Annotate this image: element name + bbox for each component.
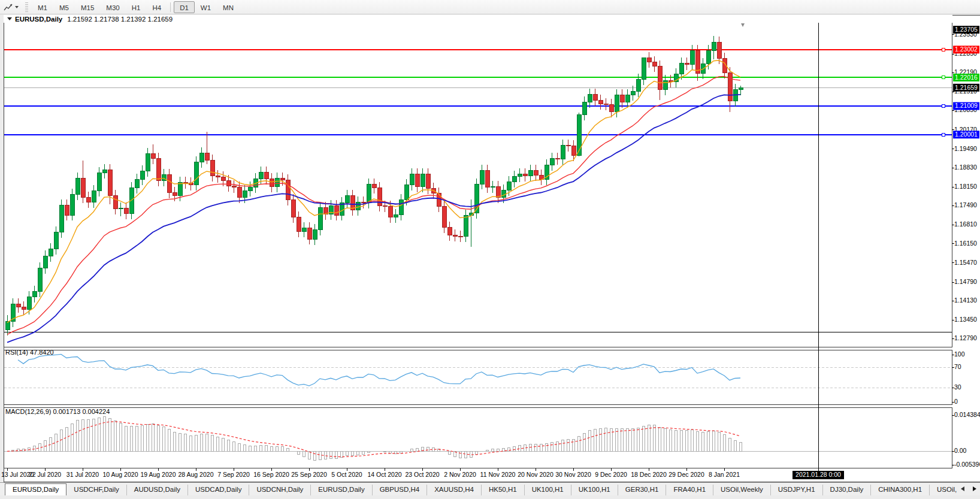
window-menu-icon[interactable] [7,17,12,20]
candle-body [216,176,220,177]
panel-rsi[interactable] [4,350,952,405]
date-tick-label: 16 Sep 2020 [253,471,289,478]
tab-ger30-h1[interactable]: GER30,H1 [618,485,666,495]
candle-body [588,95,592,102]
candle-body [550,158,554,165]
candle-body [453,235,457,236]
candle-body [124,208,128,214]
chart-title-bar: EURUSD,Daily 1.21592 1.21738 1.21392 1.2… [4,15,952,23]
candle-body [577,115,581,156]
candle-body [609,105,613,112]
crosshair-time-label: 2021.01.28 0:00 [796,471,841,478]
tab-fra40-h1[interactable]: FRA40,H1 [666,485,713,495]
candle-body [501,190,506,197]
macd-label: MACD(12,26,9) 0.001713 0.004224 [5,408,110,415]
candle-body [739,87,743,89]
date-tick-label: 7 Sep 2020 [217,471,250,478]
level-line-handle[interactable] [942,133,945,136]
candle-body [167,175,171,192]
candle-body [286,180,290,199]
candle-body [146,154,150,171]
level-line-handle[interactable] [942,48,945,51]
candle-body [555,158,559,159]
candle-body [237,187,241,197]
date-tick-label: 8 Jan 2021 [709,471,740,478]
candle-body [394,214,398,217]
price-tick-label: 1.15470 [954,259,977,266]
candle-body [92,190,96,202]
candle-body [447,228,452,235]
tab-audusd-daily[interactable]: AUDUSD,Daily [126,485,187,495]
candle-body [566,146,570,146]
price-marker-label: 1.21009 [955,102,978,109]
candle-body [561,146,565,159]
candle-body [65,205,69,215]
tab-dj30-daily[interactable]: DJ30,Daily [822,485,871,495]
date-tick-label: 22 Jul 2020 [29,471,61,478]
candle-body [571,146,576,156]
candle-body [464,215,468,237]
tab-usdchf-daily[interactable]: USDCHF,Daily [66,485,126,495]
candle-body [173,192,177,195]
tab-china300-h1[interactable]: CHINA300,H1 [870,485,929,495]
candle-body [275,178,279,187]
rsi-axis-label: 0 [954,398,958,405]
tab-uk100-h1[interactable]: UK100,H1 [571,485,618,495]
candle-body [97,173,101,190]
candle-body [75,179,80,194]
tab-uk100-h1[interactable]: UK100,H1 [524,485,571,495]
price-tick-label: 1.12790 [954,334,977,341]
candle-body [399,200,403,215]
candle-body [474,184,479,213]
candle-body [313,230,317,240]
tab-hk50-h1[interactable]: HK50,H1 [481,485,524,495]
tab-scroll-right-button[interactable] [970,485,979,493]
candle-body [210,160,214,176]
date-tick-label: 31 Jul 2020 [66,471,99,478]
candle-body [604,104,608,105]
candle-body [156,158,161,180]
candle-body [361,202,365,202]
tab-usoil-weekly[interactable]: USOil,Weekly [713,485,770,495]
candle-body [706,51,710,64]
candle-body [367,184,371,202]
level-line-handle[interactable] [942,105,945,108]
candle-body [410,174,414,185]
level-line-handle[interactable] [942,76,945,79]
candle-body [307,228,311,240]
candle-body [679,63,683,74]
candle-body [49,249,53,256]
date-tick-label: 11 Nov 2020 [480,471,516,478]
chart-canvas[interactable]: 1.235301.228501.221901.215101.208501.201… [0,0,980,499]
date-tick-label: 30 Nov 2020 [555,471,591,478]
price-tick-label: 1.16150 [954,240,977,247]
rsi-axis-label: 100 [954,350,965,358]
date-tick-label: 10 Aug 2020 [103,471,138,478]
tab-gbpusd-h4[interactable]: GBPUSD,H4 [372,485,427,495]
tab-usdjpy-h1[interactable]: USDJPY,H1 [770,485,822,495]
tab-eurusd-daily[interactable]: EURUSD,Daily [5,483,66,495]
candle-body [119,208,123,209]
candle-body [232,186,236,187]
candle-body [162,175,166,180]
tab-usdcnh-daily[interactable]: USDCNH,Daily [249,485,310,495]
candle-body [270,179,274,187]
candle-body [388,207,392,217]
candle-body [437,193,441,207]
candle-body [507,182,511,190]
candle-body [38,268,42,292]
candle-body [593,95,597,100]
tab-eurusd-daily[interactable]: EURUSD,Daily [310,485,371,495]
candle-body [485,170,489,187]
tab-usdcad-daily[interactable]: USDCAD,Daily [187,485,249,495]
date-tick-label: 23 Oct 2020 [405,471,439,478]
tab-scroll-left-button[interactable] [958,485,967,493]
candle-body [534,170,538,175]
date-tick-label: 2 Nov 2020 [444,471,476,478]
candle-body [22,307,26,309]
chart-title-ohlc: 1.21592 1.21738 1.21392 1.21659 [67,16,173,23]
rsi-axis-label: 70 [954,363,961,370]
date-tick-label: 28 Aug 2020 [179,471,214,478]
tab-xauusd-h4[interactable]: XAUUSD,H4 [427,485,481,495]
price-marker-label: 1.22016 [955,74,978,81]
